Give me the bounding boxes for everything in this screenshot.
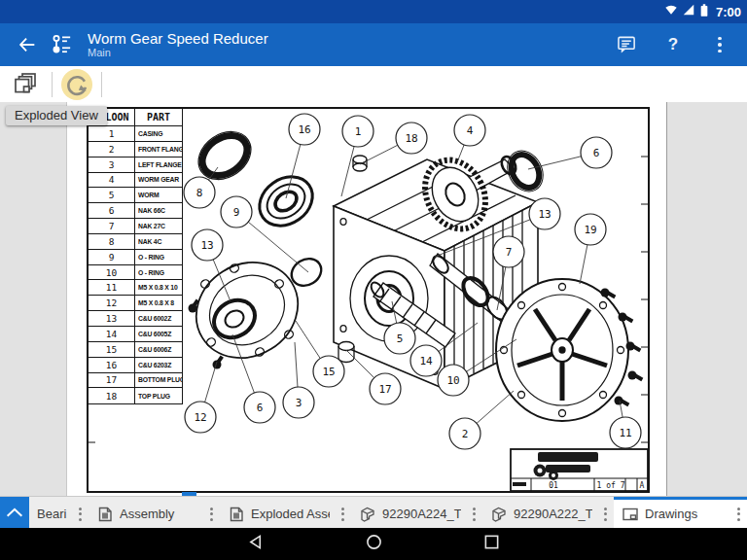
comment-icon xyxy=(617,35,637,55)
title-block-page: 1 of 7 xyxy=(597,481,625,490)
balloon-number: 15 xyxy=(322,366,335,378)
tab-menu-button[interactable] xyxy=(204,508,218,521)
table-cell-baloon: 5 xyxy=(89,188,135,202)
part-icon xyxy=(359,506,376,523)
overflow-icon xyxy=(718,37,722,53)
table-row: 3LEFT FLANGE xyxy=(89,158,182,173)
table-cell-part: O - RING xyxy=(135,265,182,280)
table-cell-part: LEFT FLANGE xyxy=(135,158,182,172)
tab-menu-button[interactable] xyxy=(73,508,87,521)
help-icon: ? xyxy=(668,35,678,54)
table-cell-part: C&U 6005Z xyxy=(135,327,182,341)
table-row: 13C&U 6002Z xyxy=(89,311,182,327)
nav-back-button[interactable] xyxy=(248,534,265,554)
table-row: 1CASING xyxy=(89,126,182,142)
table-row: 15C&U 6006Z xyxy=(89,342,182,358)
table-cell-part: C&U 6203Z xyxy=(135,358,182,372)
balloon-number: 7 xyxy=(506,246,513,259)
table-cell-baloon: 15 xyxy=(89,342,135,357)
assembly-icon xyxy=(96,506,114,523)
tab-label: Beari... xyxy=(37,507,67,521)
table-cell-part: M5 X 0.8 X 8 xyxy=(135,296,182,310)
exploded-view-button[interactable] xyxy=(61,69,92,100)
versions-icon xyxy=(51,33,74,56)
table-row: 16C&U 6203Z xyxy=(89,358,182,373)
tab-menu-button[interactable] xyxy=(336,508,349,521)
balloon-number: 19 xyxy=(584,224,596,236)
tab-item-drawings[interactable]: Drawings xyxy=(614,497,747,528)
title-block-drawing: 01 1 of 7 A xyxy=(511,449,648,491)
home-circle-icon xyxy=(366,534,382,550)
table-row: 9O - RING xyxy=(89,250,182,265)
table-cell-baloon: 14 xyxy=(89,327,135,341)
tab-bar: Beari...AssemblyExploded Asse...92290A22… xyxy=(0,496,747,528)
balloon-number: 11 xyxy=(619,427,631,439)
cellular-icon xyxy=(682,3,695,20)
table-cell-part: C&U 6006Z xyxy=(135,342,182,357)
drawing-frame: 16118468913131975141015173612211 xyxy=(87,107,650,493)
drawing-icon xyxy=(622,506,639,523)
table-cell-baloon: 8 xyxy=(89,234,135,249)
tab-item-assembly[interactable]: Assembly xyxy=(89,497,220,528)
balloon-number: 10 xyxy=(446,374,459,387)
balloon-number: 9 xyxy=(233,206,240,219)
app-bar: Worm Gear Speed Reducer Main ? xyxy=(0,23,747,66)
table-row: 10O - RING xyxy=(89,265,182,281)
back-arrow-icon xyxy=(17,34,38,55)
table-cell-part: NAK 66C xyxy=(135,203,182,218)
sheets-icon xyxy=(13,71,39,97)
balloon-number: 2 xyxy=(462,428,469,440)
table-row: 14C&U 6005Z xyxy=(89,327,182,342)
toolbar-separator xyxy=(101,72,102,97)
table-cell-part: WORM GEAR xyxy=(135,173,182,188)
balloon-number: 3 xyxy=(296,397,302,409)
table-row: 11M5 X 0.8 X 10 xyxy=(89,280,182,296)
battery-icon xyxy=(699,3,709,21)
table-cell-part: CASING xyxy=(135,126,182,141)
title-block: Worm Gear Speed Reducer Main xyxy=(88,30,609,59)
tab-item-beari[interactable]: Beari... xyxy=(29,497,89,528)
rotate-icon xyxy=(64,72,89,97)
balloon-number: 6 xyxy=(257,402,264,414)
table-cell-part: NAK 4C xyxy=(135,234,182,249)
table-cell-part: C&U 6002Z xyxy=(135,311,182,326)
versions-button[interactable] xyxy=(45,27,80,62)
page-subtitle: Main xyxy=(88,47,609,59)
table-cell-baloon: 3 xyxy=(89,158,135,172)
table-cell-baloon: 9 xyxy=(89,250,135,264)
tab-label: Exploded Asse... xyxy=(251,507,330,521)
tab-menu-button[interactable] xyxy=(598,508,612,521)
table-row: 8NAK 4C xyxy=(89,234,182,250)
tab-item-exploded-asse[interactable]: Exploded Asse... xyxy=(220,497,351,528)
tab-item-92290a224-ty[interactable]: 92290A224_TY... xyxy=(351,497,482,528)
table-row: 18TOP PLUG xyxy=(89,388,182,403)
status-bar: 7:00 xyxy=(0,0,747,23)
overflow-menu-button[interactable] xyxy=(702,27,737,62)
parts-table: BALOON PART 1CASING2FRONT FLANGE3LEFT FL… xyxy=(89,109,183,404)
table-row: 2FRONT FLANGE xyxy=(89,142,182,158)
tab-scroll-indicator xyxy=(182,492,196,496)
tab-label: Drawings xyxy=(645,507,726,521)
assembly-icon xyxy=(228,506,245,523)
page-title: Worm Gear Speed Reducer xyxy=(88,30,609,47)
help-button[interactable]: ? xyxy=(656,27,691,62)
balloon-number: 8 xyxy=(196,187,203,199)
table-cell-baloon: 2 xyxy=(89,142,135,157)
nav-home-button[interactable] xyxy=(366,534,382,554)
balloon-number: 12 xyxy=(194,411,206,424)
back-button[interactable] xyxy=(10,27,45,62)
tabs-expand-button[interactable] xyxy=(0,497,29,528)
balloon-number: 5 xyxy=(397,332,404,345)
table-cell-part: BOTTOM PLUG xyxy=(135,373,182,388)
drawing-canvas[interactable]: 16118468913131975141015173612211 xyxy=(0,102,747,496)
tab-item-92290a222-ty[interactable]: 92290A222_TY... xyxy=(482,497,614,528)
table-cell-baloon: 1 xyxy=(89,126,135,141)
tab-menu-button[interactable] xyxy=(467,508,480,521)
table-cell-baloon: 12 xyxy=(89,296,135,310)
nav-recents-button[interactable] xyxy=(483,534,500,554)
sheets-button[interactable] xyxy=(8,67,43,102)
comments-button[interactable] xyxy=(609,27,644,62)
balloon-number: 13 xyxy=(538,208,551,221)
tab-menu-button[interactable] xyxy=(731,508,745,521)
table-cell-baloon: 18 xyxy=(89,388,135,403)
